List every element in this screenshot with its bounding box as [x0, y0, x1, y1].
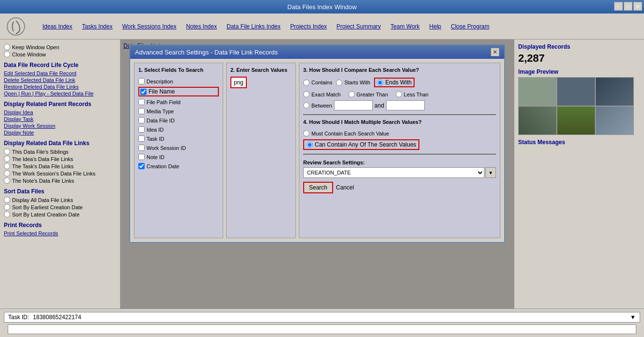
can-contain-option-highlighted[interactable]: Can Contain Any Of The Search Values — [303, 139, 419, 150]
svg-point-0 — [7, 18, 25, 35]
idea-id-field[interactable]: Idea ID — [138, 125, 219, 134]
menu-projects-index[interactable]: Projects Index — [285, 23, 332, 30]
lifecycle-section-title: Data File Record Life Cycle — [4, 62, 116, 68]
review-dropdown-row: CREATION_DATE ▼ — [303, 167, 496, 178]
compare-row-1: Contains Starts With Ends With — [303, 77, 496, 88]
starts-with-option[interactable]: Starts With — [336, 80, 370, 86]
task-id-row: Task ID: 183808652422174 ▼ — [4, 312, 640, 323]
section4-title: 4. How Should I Match Multiple Search Va… — [303, 119, 496, 125]
print-records-link[interactable]: Print Selected Records — [4, 230, 116, 237]
bottom-area: Task ID: 183808652422174 ▼ Search Advanc… — [0, 309, 644, 337]
menu-team-work[interactable]: Team Work — [386, 23, 424, 30]
title-bar: Data Files Index Window − □ ✕ — [0, 0, 644, 13]
between-and-label: and — [375, 102, 384, 109]
between-from-input[interactable] — [334, 100, 373, 110]
task-id-value: 183808652422174 — [33, 314, 81, 321]
exact-match-option[interactable]: Exact Match — [303, 91, 341, 97]
earliest-date-radio[interactable]: Sort By Earliest Creation Date — [4, 203, 116, 211]
display-parent-section-title: Display Related Parent Records — [4, 101, 116, 108]
task-id-label: Task ID: — [8, 314, 29, 321]
file-name-field-highlighted[interactable]: File Name — [138, 87, 219, 96]
ends-with-option-highlighted[interactable]: Ends With — [374, 78, 415, 87]
idea-links-radio[interactable]: The Idea's Data File Links — [4, 155, 116, 162]
modal-dialog: Advanced Search Settings - Data File Lin… — [129, 44, 505, 243]
contains-option[interactable]: Contains — [303, 80, 332, 86]
data-file-id-field[interactable]: Data File ID — [138, 116, 219, 125]
review-label: Review Search Settings: — [303, 160, 496, 165]
edit-record-link[interactable]: Edit Selected Data File Record — [4, 70, 116, 77]
section1-title: 1. Select Fields To Search — [138, 67, 219, 73]
modal-title-bar: Advanced Search Settings - Data File Lin… — [130, 45, 504, 59]
search-bar-row — [4, 324, 640, 335]
search-input-bar[interactable] — [8, 324, 636, 334]
modal-close-button[interactable]: ✕ — [491, 48, 499, 56]
menu-ideas-index[interactable]: Ideas Index — [38, 23, 77, 30]
scroll-down-button[interactable]: ▼ — [630, 314, 636, 321]
task-links-radio[interactable]: The Task's Data File Links — [4, 162, 116, 170]
search-value-input-highlighted: png — [230, 77, 247, 88]
display-work-session-link[interactable]: Display Work Session — [4, 122, 116, 129]
note-links-radio[interactable]: The Note's Data File Links — [4, 177, 116, 184]
less-than-option[interactable]: Less Than — [396, 91, 429, 97]
image-preview-container — [518, 77, 634, 135]
between-option[interactable]: Between — [303, 102, 332, 108]
preview-image-6 — [595, 106, 634, 135]
window-title: Data Files Index Window — [287, 3, 357, 11]
menu-data-file-links-index[interactable]: Data File Links Index — [222, 23, 285, 30]
status-messages-title: Status Messages — [518, 139, 640, 146]
between-row: Between and — [303, 100, 496, 110]
menu-close-program[interactable]: Close Program — [446, 23, 494, 30]
description-field[interactable]: Description — [138, 77, 219, 86]
restore-links-link[interactable]: Restore Deleted Data File Links — [4, 83, 116, 90]
delete-link-link[interactable]: Delete Selected Data File Link — [4, 77, 116, 83]
media-type-field[interactable]: Media Type — [138, 107, 219, 116]
menu-work-sessions-index[interactable]: Work Sessions Index — [117, 23, 181, 30]
work-session-id-field[interactable]: Work Session ID — [138, 143, 219, 152]
greater-than-option[interactable]: Greater Than — [349, 91, 388, 97]
maximize-button[interactable]: □ — [624, 2, 632, 11]
records-count: 2,287 — [518, 52, 640, 65]
display-note-link[interactable]: Display Note — [4, 129, 116, 136]
minimize-button[interactable]: − — [614, 2, 623, 11]
open-run-play-link[interactable]: Open | Run | Play - Selected Data File — [4, 90, 116, 97]
keep-window-radio[interactable]: Keep Window Open — [4, 43, 116, 51]
task-id-field[interactable]: Task ID — [138, 134, 219, 143]
close-window-radio[interactable]: Close Window — [4, 51, 116, 58]
siblings-radio[interactable]: This Data File's Siblings — [4, 148, 116, 155]
preview-image-5 — [557, 106, 595, 135]
menu-bar: Ideas Index Tasks Index Work Sessions In… — [0, 13, 644, 40]
review-dropdown[interactable]: CREATION_DATE — [303, 167, 484, 178]
must-contain-option[interactable]: Must Contain Each Search Value — [303, 129, 496, 138]
cancel-button[interactable]: Cancel — [336, 184, 354, 191]
search-button[interactable]: Search — [303, 182, 333, 193]
sort-section-title: Sort Data Files — [4, 188, 116, 195]
modal-overlay: Advanced Search Settings - Data File Lin… — [121, 40, 514, 309]
compare-section: 3. How Should I Compare Each Search Valu… — [299, 63, 500, 238]
modal-title: Advanced Search Settings - Data File Lin… — [135, 49, 278, 56]
close-window-button[interactable]: ✕ — [633, 2, 642, 11]
select-fields-section: 1. Select Fields To Search Description F… — [134, 63, 223, 238]
menu-notes-index[interactable]: Notes Index — [181, 23, 222, 30]
displayed-records-title: Displayed Records — [518, 43, 640, 50]
creation-date-field[interactable]: Creation Date — [138, 162, 219, 171]
match-section: 4. How Should I Match Multiple Search Va… — [303, 119, 496, 150]
display-all-radio[interactable]: Display All Data File Links — [4, 196, 116, 203]
latest-date-radio[interactable]: Sort By Latest Creation Date — [4, 211, 116, 218]
section2-title: 2. Enter Search Values — [230, 67, 292, 73]
dropdown-arrow-button[interactable]: ▼ — [485, 167, 496, 178]
file-path-field[interactable]: File Path Field — [138, 97, 219, 107]
content-area: Data Files List Advanced Search Settings… — [121, 40, 514, 309]
menu-help[interactable]: Help — [425, 23, 446, 30]
display-task-link[interactable]: Display Task — [4, 116, 116, 122]
menu-tasks-index[interactable]: Tasks Index — [77, 23, 117, 30]
right-panel: Displayed Records 2,287 Image Preview St… — [514, 40, 644, 309]
preview-image-4 — [518, 106, 557, 135]
image-preview-title: Image Preview — [518, 68, 640, 75]
preview-image-1 — [518, 77, 557, 106]
note-id-field[interactable]: Note ID — [138, 152, 219, 162]
menu-project-summary[interactable]: Project Summary — [332, 23, 386, 30]
work-session-links-radio[interactable]: The Work Session's Data File Links — [4, 170, 116, 177]
between-to-input[interactable] — [386, 100, 425, 110]
display-idea-link[interactable]: Display Idea — [4, 109, 116, 116]
logo — [4, 15, 28, 37]
